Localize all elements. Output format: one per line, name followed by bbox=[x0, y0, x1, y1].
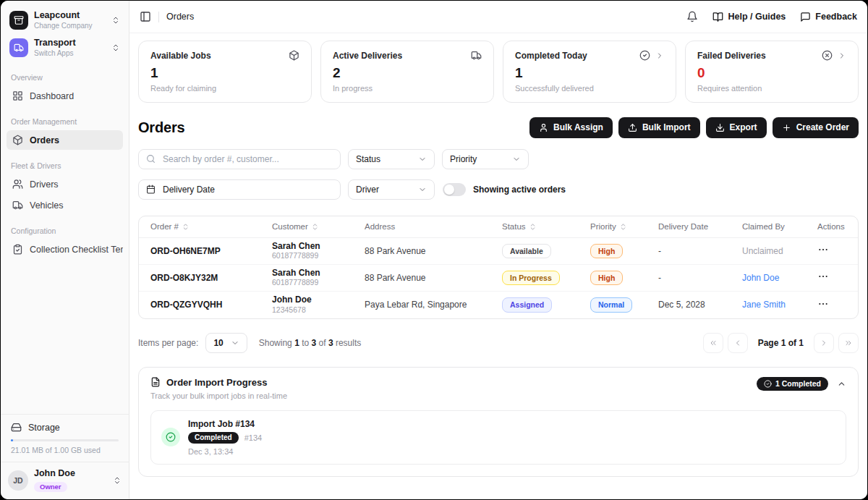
bulk-assign-button[interactable]: Bulk Assign bbox=[529, 117, 613, 138]
order-address: Paya Lebar Rd, Singapore bbox=[365, 300, 502, 310]
nav-section-label: Overview bbox=[11, 73, 119, 82]
search-input[interactable] bbox=[161, 153, 333, 165]
customer-phone: 12345678 bbox=[272, 305, 365, 315]
x-circle-icon bbox=[822, 50, 833, 61]
toggle-knob bbox=[444, 185, 454, 195]
results-summary: Showing 1 to 3 of 3 results bbox=[259, 338, 362, 348]
order-id: ORD-OH6NE7MP bbox=[150, 246, 221, 256]
import-progress-header: Order Import Progress Track your bulk im… bbox=[150, 377, 846, 400]
status-filter-select[interactable]: Status bbox=[348, 149, 435, 169]
priority-filter-select[interactable]: Priority bbox=[442, 149, 529, 169]
workspace-switcher-transport[interactable]: TransportSwitch Apps bbox=[7, 34, 123, 62]
chevron-left-icon bbox=[733, 339, 742, 347]
help-guides-button[interactable]: Help / Guides bbox=[712, 12, 786, 22]
previous-page-button[interactable] bbox=[728, 333, 748, 353]
help-guides-label: Help / Guides bbox=[728, 12, 786, 22]
check-circle-icon bbox=[639, 50, 650, 61]
truck-icon bbox=[14, 43, 24, 53]
orders-actions: Bulk AssignBulk ImportExportCreate Order bbox=[529, 117, 859, 138]
column-header-priority[interactable]: Priority bbox=[590, 222, 658, 231]
column-header-order[interactable]: Order # bbox=[150, 222, 272, 231]
sidebar-item-drivers[interactable]: Drivers bbox=[7, 174, 123, 194]
stat-subtitle: In progress bbox=[333, 84, 482, 93]
users-icon bbox=[12, 179, 23, 190]
collapse-chevron-up-icon[interactable] bbox=[837, 379, 846, 389]
customer-name: Sarah Chen bbox=[272, 241, 365, 251]
stat-card-active-deliveries: Active Deliveries2In progress bbox=[320, 41, 494, 103]
sidebar-item-dashboard[interactable]: Dashboard bbox=[7, 86, 123, 106]
active-orders-toggle-group: Showing active orders bbox=[443, 183, 566, 196]
row-actions-button[interactable] bbox=[817, 244, 829, 255]
app-window: LeapcountChange CompanyTransportSwitch A… bbox=[1, 1, 867, 499]
sidebar-item-label: Drivers bbox=[30, 179, 59, 190]
claimed-by[interactable]: John Doe bbox=[742, 273, 779, 283]
column-header-customer[interactable]: Customer bbox=[272, 222, 365, 231]
import-progress-card: Order Import Progress Track your bulk im… bbox=[138, 367, 859, 477]
export-button[interactable]: Export bbox=[706, 117, 767, 138]
main-area: Orders Help / Guides Feedback Available … bbox=[129, 1, 867, 499]
divider bbox=[158, 12, 159, 22]
column-header-status[interactable]: Status bbox=[502, 222, 590, 231]
page-title: Orders bbox=[138, 119, 184, 136]
hard-drive-icon bbox=[11, 422, 22, 433]
truck-icon bbox=[12, 200, 23, 211]
last-page-button[interactable] bbox=[838, 333, 859, 353]
calendar-icon bbox=[146, 185, 156, 194]
workspace-switcher-leapcount[interactable]: LeapcountChange Company bbox=[7, 7, 123, 34]
row-actions-button[interactable] bbox=[817, 298, 829, 310]
sidebar-item-collection-checklist-templates[interactable]: Collection Checklist Templates bbox=[7, 240, 123, 259]
next-page-button[interactable] bbox=[814, 333, 834, 353]
workspace-name: Transport bbox=[34, 38, 76, 48]
plus-icon bbox=[782, 123, 791, 132]
driver-filter-select[interactable]: Driver bbox=[348, 179, 435, 200]
page-indicator: Page 1 of 1 bbox=[758, 338, 804, 348]
feedback-button[interactable]: Feedback bbox=[800, 12, 857, 22]
items-per-page-select[interactable]: 10 bbox=[205, 333, 247, 353]
stat-card-completed-today[interactable]: Completed Today1Successfully delivered bbox=[503, 41, 676, 103]
priority-badge: High bbox=[590, 244, 623, 259]
user-role-badge: Owner bbox=[34, 482, 67, 492]
row-actions-button[interactable] bbox=[817, 271, 829, 282]
sidebar-item-label: Dashboard bbox=[30, 91, 74, 101]
storage-progress-bar bbox=[11, 439, 119, 441]
workspace-switchers: LeapcountChange CompanyTransportSwitch A… bbox=[7, 7, 123, 62]
stat-card-failed-deliveries[interactable]: Failed Deliveries0Requires attention bbox=[685, 41, 859, 103]
user-name: John Doe bbox=[34, 469, 75, 479]
create-order-button[interactable]: Create Order bbox=[773, 117, 859, 138]
job-status-badge: Completed bbox=[188, 432, 239, 444]
chevron-down-icon bbox=[512, 155, 521, 164]
sidebar-item-label: Orders bbox=[30, 135, 59, 145]
driver-filter-label: Driver bbox=[356, 185, 379, 195]
customer-name: Sarah Chen bbox=[272, 268, 365, 278]
sidebar-item-label: Vehicles bbox=[30, 200, 64, 211]
active-orders-toggle[interactable] bbox=[443, 183, 466, 196]
first-page-button[interactable] bbox=[703, 333, 723, 353]
claimed-by[interactable]: Jane Smith bbox=[742, 300, 786, 310]
order-search-input[interactable] bbox=[138, 149, 341, 169]
storage-progress-fill bbox=[11, 439, 13, 441]
table-row: ORD-O8KJY32MSarah Chen6018777889988 Park… bbox=[139, 265, 858, 292]
job-success-icon bbox=[161, 428, 180, 446]
bell-icon[interactable] bbox=[686, 11, 698, 22]
nav-section-label: Fleet & Drivers bbox=[11, 161, 119, 170]
customer-name: John Doe bbox=[272, 295, 365, 305]
sidebar-item-vehicles[interactable]: Vehicles bbox=[7, 195, 123, 215]
delivery-date-filter[interactable]: Delivery Date bbox=[138, 179, 341, 200]
sidebar-item-orders[interactable]: Orders bbox=[7, 130, 123, 150]
filter-row-2: Delivery Date Driver Showing active orde… bbox=[138, 179, 859, 200]
sort-icon bbox=[529, 223, 537, 231]
avatar: JD bbox=[8, 470, 28, 491]
archive-icon bbox=[14, 15, 24, 25]
sidebar-toggle-icon[interactable] bbox=[140, 11, 151, 22]
check-circle-icon bbox=[764, 380, 772, 388]
completed-count-badge: 1 Completed bbox=[757, 377, 828, 391]
topbar-right: Help / Guides Feedback bbox=[686, 11, 857, 22]
user-menu[interactable]: JD John Doe Owner bbox=[7, 462, 123, 493]
workspace-name: Leapcount bbox=[34, 10, 93, 21]
package-icon bbox=[12, 135, 23, 145]
stat-card-available-jobs: Available Jobs1Ready for claiming bbox=[138, 41, 312, 103]
status-filter-label: Status bbox=[356, 154, 380, 164]
bulk-import-button[interactable]: Bulk Import bbox=[618, 117, 700, 138]
pagination-controls: Page 1 of 1 bbox=[703, 333, 859, 353]
sidebar-item-storage[interactable]: Storage bbox=[7, 415, 123, 433]
